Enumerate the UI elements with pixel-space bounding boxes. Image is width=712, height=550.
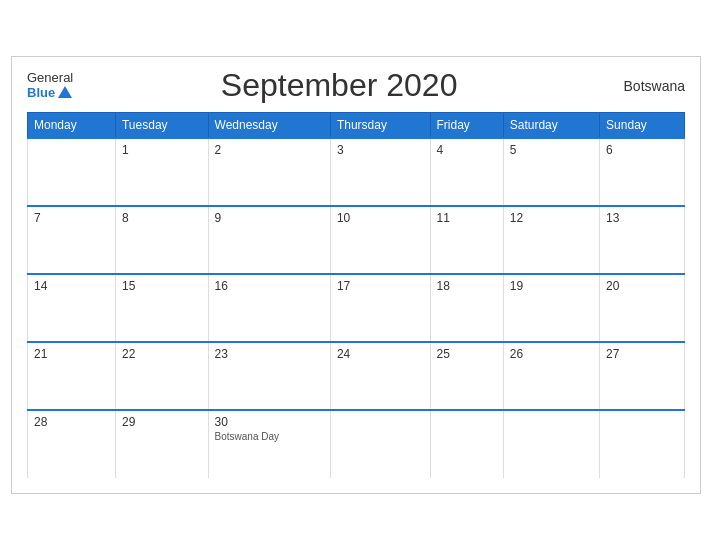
day-number: 11 [437, 211, 497, 225]
col-monday: Monday [28, 113, 116, 139]
col-saturday: Saturday [503, 113, 599, 139]
day-cell: 25 [430, 342, 503, 410]
day-cell: 24 [330, 342, 430, 410]
day-cell: 15 [115, 274, 208, 342]
day-cell: 23 [208, 342, 330, 410]
day-number: 4 [437, 143, 497, 157]
day-cell [330, 410, 430, 478]
day-number: 6 [606, 143, 678, 157]
holiday-label: Botswana Day [215, 431, 324, 442]
day-cell: 11 [430, 206, 503, 274]
day-number: 24 [337, 347, 424, 361]
day-number: 12 [510, 211, 593, 225]
col-tuesday: Tuesday [115, 113, 208, 139]
day-cell: 6 [600, 138, 685, 206]
calendar-title: September 2020 [73, 67, 605, 104]
day-cell: 18 [430, 274, 503, 342]
calendar-country: Botswana [605, 78, 685, 94]
day-cell: 5 [503, 138, 599, 206]
day-number: 2 [215, 143, 324, 157]
week-row-1: 123456 [28, 138, 685, 206]
week-row-3: 14151617181920 [28, 274, 685, 342]
day-number: 9 [215, 211, 324, 225]
day-cell: 10 [330, 206, 430, 274]
calendar-header: General Blue September 2020 Botswana [27, 67, 685, 104]
day-number: 5 [510, 143, 593, 157]
week-row-2: 78910111213 [28, 206, 685, 274]
day-number: 18 [437, 279, 497, 293]
col-wednesday: Wednesday [208, 113, 330, 139]
day-cell: 12 [503, 206, 599, 274]
day-cell: 21 [28, 342, 116, 410]
day-number: 27 [606, 347, 678, 361]
day-number: 20 [606, 279, 678, 293]
calendar-container: General Blue September 2020 Botswana Mon… [11, 56, 701, 494]
logo-blue-text: Blue [27, 86, 72, 100]
day-number: 7 [34, 211, 109, 225]
day-cell: 9 [208, 206, 330, 274]
day-number: 3 [337, 143, 424, 157]
day-cell: 20 [600, 274, 685, 342]
week-row-5: 282930Botswana Day [28, 410, 685, 478]
day-cell: 1 [115, 138, 208, 206]
logo-general-text: General [27, 71, 73, 85]
day-cell: 19 [503, 274, 599, 342]
day-number: 30 [215, 415, 324, 429]
day-cell: 13 [600, 206, 685, 274]
day-number: 17 [337, 279, 424, 293]
day-number: 1 [122, 143, 202, 157]
day-cell: 27 [600, 342, 685, 410]
day-number: 16 [215, 279, 324, 293]
day-cell: 29 [115, 410, 208, 478]
day-cell: 7 [28, 206, 116, 274]
day-number: 19 [510, 279, 593, 293]
day-number: 25 [437, 347, 497, 361]
col-friday: Friday [430, 113, 503, 139]
day-number: 13 [606, 211, 678, 225]
day-cell: 2 [208, 138, 330, 206]
weekday-header-row: Monday Tuesday Wednesday Thursday Friday… [28, 113, 685, 139]
calendar-grid: Monday Tuesday Wednesday Thursday Friday… [27, 112, 685, 478]
day-number: 8 [122, 211, 202, 225]
day-cell: 26 [503, 342, 599, 410]
logo-triangle-icon [58, 86, 72, 98]
day-number: 21 [34, 347, 109, 361]
day-cell [503, 410, 599, 478]
day-number: 10 [337, 211, 424, 225]
day-number: 23 [215, 347, 324, 361]
day-cell: 22 [115, 342, 208, 410]
day-cell: 3 [330, 138, 430, 206]
day-cell: 28 [28, 410, 116, 478]
col-thursday: Thursday [330, 113, 430, 139]
day-cell: 8 [115, 206, 208, 274]
day-number: 15 [122, 279, 202, 293]
logo-area: General Blue [27, 71, 73, 100]
day-number: 22 [122, 347, 202, 361]
day-cell: 4 [430, 138, 503, 206]
day-cell: 17 [330, 274, 430, 342]
day-number: 14 [34, 279, 109, 293]
day-cell: 14 [28, 274, 116, 342]
day-number: 29 [122, 415, 202, 429]
day-cell [28, 138, 116, 206]
day-cell [430, 410, 503, 478]
day-number: 28 [34, 415, 109, 429]
col-sunday: Sunday [600, 113, 685, 139]
week-row-4: 21222324252627 [28, 342, 685, 410]
day-number: 26 [510, 347, 593, 361]
day-cell [600, 410, 685, 478]
day-cell: 16 [208, 274, 330, 342]
day-cell: 30Botswana Day [208, 410, 330, 478]
